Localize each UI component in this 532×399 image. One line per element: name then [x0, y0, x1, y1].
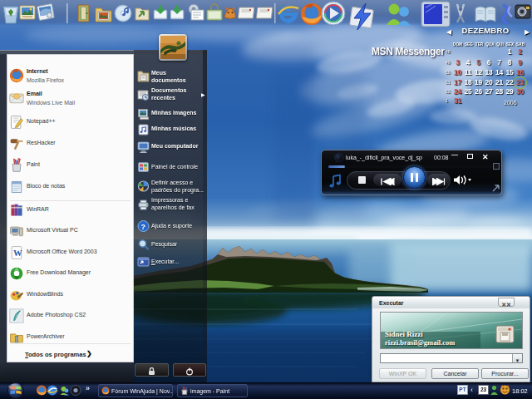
svg-text:?: ? — [141, 223, 146, 231]
svg-text:W: W — [13, 249, 22, 258]
